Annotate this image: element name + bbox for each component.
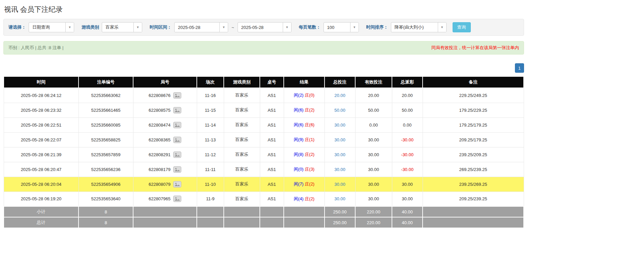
- payout-value: -30.00: [401, 152, 413, 157]
- cell-payout: -30.00: [392, 162, 423, 177]
- player-result: 闲(9): [294, 137, 304, 142]
- player-result: 闲(7): [294, 181, 304, 186]
- cell-time: 2025-05-28 06:20:04: [4, 177, 79, 192]
- subtotal-empty-cell: [284, 206, 325, 217]
- total-bet-link[interactable]: 30.00: [334, 123, 345, 128]
- cell-bet-id: 522535661465: [79, 103, 133, 117]
- total-bet-link[interactable]: 30.00: [334, 137, 345, 142]
- cell-bet-id: 522535653640: [79, 192, 133, 206]
- header-session: 场次: [197, 76, 224, 88]
- cell-game-type: 百家乐: [224, 117, 260, 132]
- total-row: 总计 8 250.00 220.00 40.00: [4, 217, 524, 228]
- video-replay-icon[interactable]: [173, 92, 181, 99]
- header-round: 局号: [133, 76, 197, 88]
- subtotal-empty-cell: [224, 206, 260, 217]
- cell-note: 209.25/239.25: [423, 192, 524, 206]
- cell-round: 622808575: [133, 103, 197, 117]
- date-to-select[interactable]: 2025-05-28 ▼: [238, 22, 292, 32]
- cell-total-bet: 30.00: [325, 177, 355, 192]
- video-replay-icon[interactable]: [173, 151, 181, 158]
- cell-session: 11-16: [197, 88, 224, 103]
- payout-value: 20.00: [402, 93, 413, 98]
- total-bet-link[interactable]: 30.00: [334, 167, 345, 172]
- round-number: 622808079: [149, 182, 171, 187]
- cell-table-no: AS1: [260, 117, 284, 132]
- page-container: 视讯 会员下注纪录 请选择： 日期查询 ▼ 游戏类别 百家乐 ▼ 时间区间： 2…: [0, 0, 527, 235]
- cell-session: 11-10: [197, 177, 224, 192]
- subtotal-empty-cell: [423, 206, 524, 217]
- bet-records-table: 时间 注单编号 局号 场次 游戏类别 桌号 结果 总投注 有效投注 总派彩 备注…: [3, 76, 524, 228]
- chevron-down-icon[interactable]: ▼: [438, 23, 446, 32]
- cell-bet-id: 522535657859: [79, 147, 133, 162]
- bet-record-row: 2025-05-28 06:21:39522535657859622808291…: [4, 147, 524, 162]
- chevron-down-icon[interactable]: ▼: [133, 23, 142, 32]
- time-sort-label: 时间排序：: [366, 24, 388, 30]
- page-1-button[interactable]: 1: [515, 63, 524, 73]
- header-payout: 总派彩: [392, 76, 423, 88]
- date-from-select[interactable]: 2025-05-28 ▼: [174, 22, 228, 32]
- bet-record-row: 2025-05-28 06:19:20522535653640622807965…: [4, 192, 524, 206]
- page-size-label: 每页笔数：: [299, 24, 321, 30]
- cell-payout: -30.00: [392, 132, 423, 147]
- cell-total-bet: 30.00: [325, 162, 355, 177]
- search-button[interactable]: 查询: [453, 22, 471, 32]
- total-bet-link[interactable]: 20.00: [334, 93, 345, 98]
- round-number: 622808676: [149, 93, 171, 98]
- cell-round: 622808365: [133, 132, 197, 147]
- header-valid-bet: 有效投注: [355, 76, 392, 88]
- cell-game-type: 百家乐: [224, 147, 260, 162]
- subtotal-row: 小计 8 250.00 220.00 40.00: [4, 206, 524, 217]
- filter-bar: 请选择： 日期查询 ▼ 游戏类别 百家乐 ▼ 时间区间： 2025-05-28 …: [3, 19, 524, 36]
- video-replay-icon[interactable]: [173, 122, 181, 128]
- time-sort-select[interactable]: 降幂(由大到小) ▼: [391, 22, 447, 32]
- cell-time: 2025-05-28 06:23:32: [4, 103, 79, 117]
- total-bet-link[interactable]: 50.00: [334, 108, 345, 113]
- cell-note: 179.25/229.25: [423, 103, 524, 117]
- subtotal-label: 小计: [4, 206, 79, 217]
- cell-note: 179.25/179.25: [423, 117, 524, 132]
- cell-table-no: AS1: [260, 147, 284, 162]
- cell-valid-bet: 20.00: [355, 88, 392, 103]
- subtotal-total-bet: 250.00: [325, 206, 355, 217]
- video-replay-icon[interactable]: [173, 196, 181, 202]
- total-bet-link[interactable]: 30.00: [334, 182, 345, 187]
- cell-game-type: 百家乐: [224, 177, 260, 192]
- total-bet-link[interactable]: 30.00: [334, 152, 345, 157]
- cell-bet-id: 522535658825: [79, 132, 133, 147]
- subtotal-empty-cell: [197, 206, 224, 217]
- cell-note: 239.25/269.25: [423, 177, 524, 192]
- cell-result: 闲(7) 庄(2): [284, 177, 325, 192]
- date-to-value: 2025-05-28: [238, 23, 283, 32]
- video-replay-icon[interactable]: [173, 166, 181, 173]
- chevron-down-icon[interactable]: ▼: [283, 23, 291, 32]
- page-size-select[interactable]: 100 ▼: [324, 22, 359, 32]
- banker-result: 庄(0): [305, 93, 314, 98]
- currency-total-summary: 币别 : 人民币 | 总共 :8 注单 |: [8, 45, 64, 51]
- cell-bet-id: 522535656236: [79, 162, 133, 177]
- game-type-label: 游戏类别: [82, 24, 99, 30]
- query-type-select[interactable]: 日期查询 ▼: [29, 22, 74, 32]
- cell-note: 209.25/179.25: [423, 132, 524, 147]
- video-replay-icon[interactable]: [173, 107, 181, 113]
- cell-table-no: AS1: [260, 177, 284, 192]
- player-result: 闲(6): [294, 122, 304, 127]
- chevron-down-icon[interactable]: ▼: [350, 23, 359, 32]
- chevron-down-icon[interactable]: ▼: [219, 23, 228, 32]
- cell-valid-bet: 30.00: [355, 162, 392, 177]
- cell-table-no: AS1: [260, 103, 284, 117]
- time-sort-value: 降幂(由大到小): [391, 23, 438, 32]
- header-result: 结果: [284, 76, 325, 88]
- video-replay-icon[interactable]: [173, 181, 181, 188]
- date-range-separator: ~: [232, 25, 234, 30]
- game-type-select[interactable]: 百家乐 ▼: [102, 22, 142, 32]
- header-bet-id: 注单编号: [79, 76, 133, 88]
- cell-table-no: AS1: [260, 162, 284, 177]
- banker-result: 庄(2): [305, 196, 314, 201]
- cell-session: 11-14: [197, 117, 224, 132]
- chevron-down-icon[interactable]: ▼: [65, 23, 74, 32]
- total-bet-link[interactable]: 30.00: [334, 196, 345, 201]
- cell-bet-id: 522535654906: [79, 177, 133, 192]
- round-number: 622808291: [149, 152, 171, 157]
- total-total-bet: 250.00: [325, 217, 355, 228]
- video-replay-icon[interactable]: [173, 137, 181, 143]
